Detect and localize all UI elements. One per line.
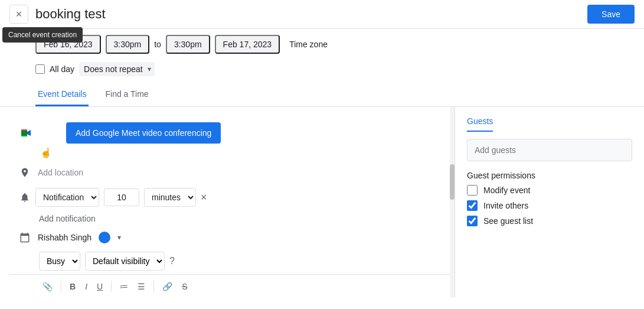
toolbar-divider-1 (61, 281, 61, 292)
end-date-button[interactable]: Feb 17, 2023 (215, 35, 280, 54)
permission-row-invite: Invite others (467, 200, 632, 211)
underline-button[interactable]: U (93, 279, 106, 294)
see-guest-list-checkbox[interactable] (467, 216, 478, 226)
location-icon (19, 167, 31, 178)
tab-event-details[interactable]: Event Details (35, 83, 89, 106)
scrollbar-thumb[interactable] (450, 164, 455, 200)
permission-row-modify: Modify event (467, 185, 632, 196)
calendar-color-button[interactable] (99, 232, 110, 243)
permission-row-guestlist: See guest list (467, 216, 632, 226)
allday-checkbox[interactable] (35, 64, 45, 74)
toolbar-divider-3 (153, 281, 154, 292)
timezone-button[interactable]: Time zone (285, 36, 332, 53)
italic-button[interactable]: I (81, 279, 91, 294)
cancel-tooltip: Cancel event creation (2, 27, 83, 43)
notification-remove-button[interactable]: × (201, 191, 207, 204)
location-input[interactable] (38, 165, 445, 180)
modify-event-checkbox[interactable] (467, 185, 478, 196)
link-button[interactable]: 🔗 (159, 279, 176, 294)
bold-button[interactable]: B (66, 279, 79, 294)
guests-section-title: Guests (467, 116, 632, 139)
toolbar-divider-2 (111, 281, 112, 292)
ordered-list-button[interactable]: ≔ (116, 279, 132, 294)
strikethrough-button[interactable]: S (178, 279, 191, 294)
allday-label: All day (50, 64, 74, 74)
add-guests-input[interactable] (467, 139, 632, 161)
notification-icon (19, 191, 31, 203)
meet-icon (19, 126, 33, 140)
invite-others-checkbox[interactable] (467, 200, 478, 211)
unordered-list-button[interactable]: ☰ (134, 279, 149, 294)
event-title-input[interactable] (35, 6, 580, 22)
notification-unit-select[interactable]: minutes (144, 188, 196, 207)
see-guest-list-label: See guest list (483, 216, 533, 226)
to-label: to (154, 40, 161, 49)
add-meet-button[interactable]: Add Google Meet video conferencing (66, 122, 221, 144)
calendar-icon (19, 232, 31, 243)
notification-value-input[interactable] (104, 188, 139, 206)
repeat-select[interactable]: Does not repeat (79, 62, 155, 76)
close-button[interactable]: × (9, 5, 28, 24)
close-icon: × (16, 8, 22, 21)
start-time-button[interactable]: 3:30pm (106, 35, 150, 54)
visibility-select[interactable]: Default visibility (85, 252, 165, 271)
tab-find-time[interactable]: Find a Time (103, 83, 151, 106)
save-button[interactable]: Save (587, 5, 635, 24)
modify-event-label: Modify event (483, 186, 530, 195)
help-button[interactable]: ? (169, 256, 175, 266)
notification-type-select[interactable]: Notification (35, 188, 99, 207)
guest-permissions-title: Guest permissions (467, 171, 632, 180)
calendar-dropdown-icon[interactable]: ▾ (117, 233, 121, 242)
invite-others-label: Invite others (483, 201, 528, 210)
cursor-hand-icon: ☝ (40, 148, 52, 158)
add-notification-button[interactable]: Add notification (9, 210, 455, 227)
end-time-button[interactable]: 3:30pm (166, 35, 210, 54)
attach-button[interactable]: 📎 (39, 279, 56, 294)
status-select[interactable]: Busy (39, 252, 80, 271)
calendar-name-label: Rishabh Singh (38, 233, 91, 242)
scrollbar[interactable] (450, 107, 455, 298)
